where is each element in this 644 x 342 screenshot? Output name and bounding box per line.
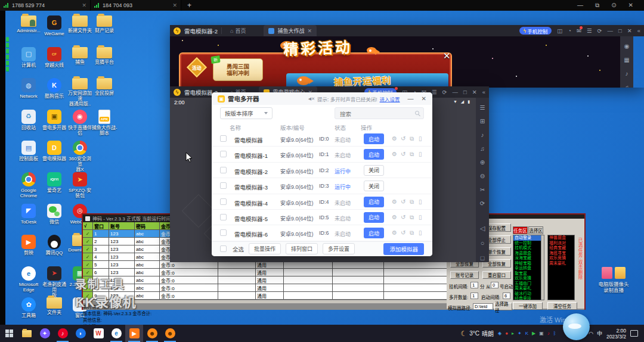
- shortcut-icon[interactable]: ⧉: [410, 198, 414, 206]
- event-main-banner[interactable]: 捕鱼开运福利: [286, 73, 448, 88]
- desktop-icon-network[interactable]: ◍Network: [16, 78, 42, 99]
- keyboard-icon[interactable]: ▦: [624, 57, 629, 63]
- clock[interactable]: 2:00 2023/3/2: [606, 328, 626, 340]
- task-item[interactable]: 统一控制: [513, 241, 544, 246]
- ld-multiplayer-titlebar[interactable]: ▣ 雷电多开器 ◀✕ 提示: 多开时声音已经关闭! 进入设置 — ✕: [212, 92, 432, 105]
- task-item[interactable]: 神秘宝箱: [513, 261, 544, 266]
- desktop-icon-wegame[interactable]: GWeGame: [41, 15, 67, 36]
- tray-tim-icon[interactable]: ✦: [518, 331, 522, 336]
- new-tab-button[interactable]: +: [187, 1, 191, 10]
- desktop-icon-accelerator-folder[interactable]: 万安网游加速器通用版..: [67, 78, 93, 107]
- tray-player-icon[interactable]: ▶: [532, 331, 535, 336]
- desktop-icon-crossfire[interactable]: CF穿越火线: [41, 47, 67, 68]
- row-checkbox[interactable]: [220, 229, 227, 236]
- home-button[interactable]: ○: [481, 240, 485, 246]
- desktop-icon-toolbox[interactable]: ✿工具箱: [16, 297, 42, 318]
- desktop-icon-ldplayer[interactable]: D雷电模拟器: [41, 141, 67, 161]
- desktop-icon-laoyu-tool[interactable]: ➤老渔剥皮通用版: [41, 266, 67, 298]
- start-button[interactable]: 启动: [364, 133, 384, 144]
- task-item[interactable]: 五福临门: [513, 281, 544, 287]
- collapse-icon[interactable]: «: [482, 89, 485, 95]
- capture-icon[interactable]: ⊙: [611, 2, 616, 9]
- task-list[interactable]: 自动登录统一控制挂机模式海盗魔盒深海宝藏神秘宝箱幸运转盘聚宝盆欢乐竞猜五福临门周…: [513, 235, 544, 300]
- selected-task-item[interactable]: 神兽魔盒: [548, 235, 574, 241]
- desktop-icon-new-folder[interactable]: 新建文件夹: [67, 15, 93, 33]
- row-checkbox[interactable]: [220, 214, 227, 220]
- multi-open-settings-button[interactable]: 多开设置: [323, 243, 355, 254]
- restore-icon[interactable]: ↺: [401, 151, 405, 158]
- back-button[interactable]: ◁: [480, 225, 485, 231]
- tab-select-area[interactable]: 选择区: [528, 226, 543, 234]
- desktop-icon-folder-plain[interactable]: 文件夹: [41, 297, 67, 315]
- gamepad-icon[interactable]: ◫: [557, 27, 562, 34]
- row-checkbox[interactable]: [220, 182, 227, 189]
- books-icon[interactable]: [615, 267, 626, 279]
- stop-button[interactable]: 关闭: [364, 181, 384, 191]
- settings-icon[interactable]: ⚙: [392, 198, 397, 206]
- restore-icon[interactable]: ↺: [401, 198, 405, 206]
- emulator-row[interactable]: 雷电模拟器-2安卓9.0(64位)ID:2运行中关闭: [212, 163, 432, 178]
- search-input[interactable]: [335, 108, 423, 119]
- row-checkbox[interactable]: [220, 167, 227, 173]
- minimize-icon[interactable]: —: [577, 2, 583, 9]
- desktop-icon-buyu-script-apk[interactable]: APK捕鱼大作战-脚本: [91, 110, 117, 136]
- volume-down-icon[interactable]: ♫: [624, 85, 629, 88]
- home-tab[interactable]: ⌂ 首页: [225, 27, 250, 35]
- tray-green-tool-icon[interactable]: ▸: [512, 331, 514, 336]
- emulator-row[interactable]: 雷电模拟器-6安卓9.0(64位)ID:6未启动启动⚙↺⧉▯: [212, 225, 432, 241]
- taskbar-start-button[interactable]: [0, 325, 18, 342]
- volume-up-icon[interactable]: ♪: [481, 132, 484, 138]
- desktop-icon-recycle-bin[interactable]: ♻回收站: [16, 110, 42, 130]
- phone-control-button[interactable]: ϟ手机控制: [519, 27, 552, 35]
- delete-icon[interactable]: ▯: [419, 198, 422, 206]
- minimize-icon[interactable]: —: [452, 89, 458, 95]
- tray-kugou-icon[interactable]: K: [525, 331, 528, 336]
- row-checkbox[interactable]: ✓: [83, 245, 93, 253]
- volume-down-icon[interactable]: ♫: [480, 146, 485, 152]
- refresh-icon[interactable]: ⟳: [442, 89, 447, 95]
- idle-interval-input[interactable]: 1: [470, 282, 478, 288]
- menu-icon[interactable]: ☰: [480, 105, 485, 111]
- emulator-row[interactable]: 雷电模拟器安卓9.0(64位)ID:0未启动启动⚙↺⧉▯: [212, 131, 432, 147]
- task-item[interactable]: 挂机模式: [513, 245, 544, 251]
- enter-settings-link[interactable]: 进入设置: [380, 95, 400, 102]
- row-checkbox[interactable]: ✓: [83, 253, 93, 261]
- desktop-icon-qq[interactable]: 腾讯QQ: [41, 235, 67, 256]
- close-tab-icon[interactable]: ✕: [307, 28, 312, 34]
- tray-shield-icon[interactable]: ◈: [498, 331, 501, 336]
- event-side-tab[interactable]: 新 勇闯三国 福利冲刺: [213, 58, 263, 81]
- recents-button[interactable]: □: [481, 255, 485, 261]
- message-icon[interactable]: ✉: [577, 27, 581, 34]
- menu-icon[interactable]: ☰: [432, 89, 437, 95]
- volume-up-icon[interactable]: ♪: [626, 71, 628, 77]
- client-tab-1[interactable]: 1788 529 774 ✕: [0, 0, 91, 11]
- batch-operation-button[interactable]: 批量操作: [249, 243, 281, 254]
- task-item[interactable]: 破冰行动: [513, 291, 544, 297]
- list-scrollbar[interactable]: [541, 235, 544, 300]
- minimize-button[interactable]: —: [408, 95, 414, 102]
- notification-center-icon[interactable]: [630, 330, 638, 337]
- close-icon[interactable]: ✕: [82, 2, 86, 8]
- task-item[interactable]: 周末豪礼: [513, 286, 544, 291]
- collapse-icon[interactable]: «: [637, 27, 640, 34]
- delete-icon[interactable]: ▯: [419, 135, 422, 142]
- shortcut-icon[interactable]: ⧉: [410, 229, 414, 237]
- start-button[interactable]: 启动: [364, 149, 384, 160]
- shortcut-icon[interactable]: ⧉: [410, 151, 414, 158]
- taskbar-explorer[interactable]: [18, 325, 36, 342]
- settings-icon[interactable]: ⚙: [392, 214, 397, 221]
- zoom-out-icon[interactable]: ⊖: [480, 173, 485, 179]
- weather-widget[interactable]: ☾ 3°C 晴朗: [460, 329, 494, 338]
- sort-dropdown[interactable]: 按版本排序: [220, 107, 273, 119]
- fullscreen-icon[interactable]: ⊞: [480, 119, 485, 125]
- choose-path-button[interactable]: 选择路径: [494, 303, 512, 310]
- task-item[interactable]: 深海宝藏: [513, 256, 544, 261]
- shortcut-icon[interactable]: ⧉: [410, 135, 414, 142]
- desktop-icon-360-browser[interactable]: 360安全浏览器X: [67, 141, 93, 172]
- minimize-icon[interactable]: —: [607, 27, 613, 34]
- emulator-path-input[interactable]: D:\leid: [473, 303, 493, 310]
- desktop-icon-jingcai-folder[interactable]: 竞猜平台: [91, 47, 117, 65]
- refresh-icon[interactable]: ⟳: [597, 27, 602, 34]
- desktop-icon-caichan-folder[interactable]: 财产记录: [91, 15, 117, 33]
- desktop-icon-wechat[interactable]: 微信: [41, 204, 67, 225]
